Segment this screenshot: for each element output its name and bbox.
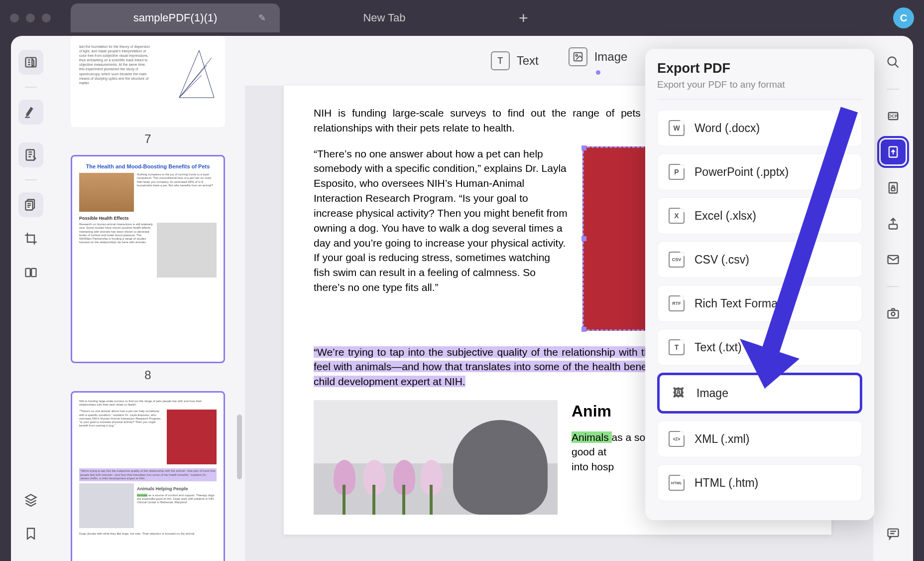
layers-button[interactable] <box>18 487 43 512</box>
search-button[interactable] <box>881 50 906 75</box>
tab-active[interactable]: samplePDF(1)(1) ✎ <box>71 3 280 32</box>
share-button[interactable] <box>881 211 906 236</box>
export-pdf-panel: Export PDF Export your PDF to any format… <box>645 49 874 520</box>
embedded-image[interactable] <box>314 400 558 515</box>
bookmark-button[interactable] <box>18 521 43 546</box>
svg-point-9 <box>888 57 896 65</box>
tab-strip: samplePDF(1)(1) ✎ New Tab + <box>71 0 893 36</box>
xml-icon: </> <box>669 431 685 447</box>
text-icon: T <box>491 51 510 70</box>
csv-icon: CSV <box>669 252 685 268</box>
resize-handle[interactable] <box>581 236 586 241</box>
svg-rect-5 <box>26 269 30 277</box>
text-icon: T <box>669 339 685 355</box>
ocr-button[interactable]: OCR <box>881 104 906 129</box>
rtf-icon: RTF <box>669 295 685 311</box>
svg-point-8 <box>576 54 578 56</box>
svg-rect-13 <box>892 188 895 191</box>
export-option-rtf[interactable]: RTFRich Text Format <box>657 285 862 322</box>
protect-button[interactable] <box>881 175 906 200</box>
svg-rect-1 <box>25 117 29 118</box>
compare-button[interactable] <box>18 260 43 285</box>
close-window[interactable] <box>10 13 19 22</box>
svg-point-17 <box>892 312 895 316</box>
snapshot-button[interactable] <box>881 301 906 326</box>
left-toolbar <box>11 36 51 561</box>
svg-rect-6 <box>31 269 36 277</box>
title-bar: samplePDF(1)(1) ✎ New Tab + C <box>0 0 924 36</box>
word-icon: W <box>669 120 685 136</box>
tab-label: samplePDF(1)(1) <box>133 11 218 24</box>
comments-button[interactable] <box>881 521 906 546</box>
export-option-csv[interactable]: CSVCSV (.csv) <box>657 241 862 278</box>
add-tab-button[interactable]: + <box>519 9 528 27</box>
image-icon <box>569 47 587 66</box>
export-option-excel[interactable]: XExcel (.xlsx) <box>657 197 862 234</box>
annotate-button[interactable] <box>18 142 43 167</box>
export-button[interactable] <box>881 140 906 164</box>
right-toolbar: OCR <box>873 36 913 561</box>
text-tool-button[interactable]: T Text <box>491 51 539 70</box>
svg-rect-0 <box>26 58 36 67</box>
export-option-image[interactable]: 🖼Image <box>657 373 862 414</box>
image-tool-button[interactable]: Image <box>569 47 628 75</box>
export-option-text[interactable]: TText (.txt) <box>657 329 862 366</box>
page-number: 8 <box>71 368 225 382</box>
email-button[interactable] <box>881 247 906 272</box>
tab-label: New Tab <box>363 11 405 24</box>
resize-handle[interactable] <box>581 327 586 332</box>
crop-button[interactable] <box>18 226 43 251</box>
minimize-window[interactable] <box>26 13 35 22</box>
thumbnail-scrollbar[interactable] <box>237 415 242 479</box>
tab-new[interactable]: New Tab <box>280 3 489 32</box>
resize-handle[interactable] <box>581 145 586 150</box>
html-icon: HTML <box>669 475 685 491</box>
powerpoint-icon: P <box>669 164 685 180</box>
window-controls <box>10 13 51 22</box>
page-manager-button[interactable] <box>18 192 43 217</box>
export-option-xml[interactable]: </>XML (.xml) <box>657 421 862 457</box>
export-option-html[interactable]: HTMLHTML (.htm) <box>657 464 862 501</box>
excel-icon: X <box>669 208 685 224</box>
thumbnail-panel[interactable]: laid the foundation for the theory of di… <box>51 36 245 561</box>
export-option-powerpoint[interactable]: PPowerPoint (.pptx) <box>657 153 862 190</box>
panel-title: Export PDF <box>657 61 862 76</box>
svg-rect-16 <box>888 310 899 318</box>
page-number: 7 <box>71 132 225 146</box>
paragraph: “There’s no one answer about how a pet c… <box>314 146 569 295</box>
rename-icon[interactable]: ✎ <box>258 12 266 23</box>
reader-mode-button[interactable] <box>18 50 43 75</box>
thumbnail-8[interactable]: The Health and Mood-Boosting Benefits of… <box>71 155 225 382</box>
image-icon: 🖼 <box>671 385 687 401</box>
svg-rect-14 <box>889 224 897 229</box>
maximize-window[interactable] <box>42 13 51 22</box>
panel-subtitle: Export your PDF to any format <box>657 79 862 100</box>
user-avatar[interactable]: C <box>893 7 914 28</box>
thumbnail-7[interactable]: laid the foundation for the theory of di… <box>71 36 225 146</box>
svg-rect-18 <box>888 529 899 537</box>
thumbnail-9[interactable]: NIH is funding large-scale surveys to fi… <box>71 391 225 561</box>
export-option-word[interactable]: WWord (.docx) <box>657 110 862 146</box>
highlighter-button[interactable] <box>18 100 43 125</box>
